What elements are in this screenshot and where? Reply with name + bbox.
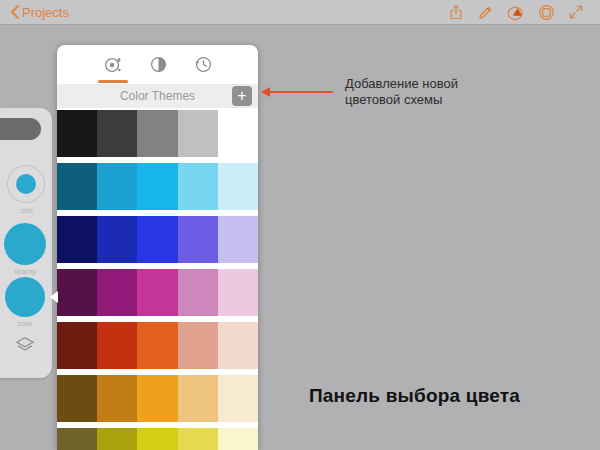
color-swatch[interactable] [137, 163, 177, 210]
color-swatch[interactable] [218, 269, 258, 316]
color-swatch[interactable] [57, 428, 97, 450]
color-swatch[interactable] [178, 269, 218, 316]
color-themes-header: Color Themes + [57, 84, 258, 108]
share-icon[interactable] [448, 4, 464, 21]
pencil-icon[interactable] [477, 4, 494, 21]
color-swatch[interactable] [178, 216, 218, 263]
color-swatch[interactable] [97, 216, 137, 263]
app-screen: Projects size opacity [0, 0, 600, 450]
theme-row-cyan[interactable] [57, 163, 258, 210]
layers-icon[interactable] [15, 336, 35, 358]
color-control[interactable] [5, 277, 45, 317]
color-swatch[interactable] [178, 163, 218, 210]
color-swatch[interactable] [57, 216, 97, 263]
brush-size-control[interactable] [7, 165, 45, 203]
theme-row-yellow[interactable] [57, 428, 258, 450]
shapes-icon[interactable] [507, 4, 525, 21]
color-label: color [0, 320, 55, 327]
color-swatch[interactable] [57, 322, 97, 369]
opacity-control[interactable] [4, 223, 46, 265]
theme-list [57, 108, 258, 450]
panel-pointer-notch [50, 291, 58, 303]
tab-contrast[interactable] [147, 50, 170, 79]
color-swatch[interactable] [137, 269, 177, 316]
color-swatch[interactable] [178, 428, 218, 450]
back-label: Projects [22, 5, 69, 20]
color-swatch[interactable] [137, 428, 177, 450]
theme-row-grayscale[interactable] [57, 110, 258, 157]
color-panel-tabs [57, 45, 258, 84]
tab-color-themes[interactable] [101, 50, 125, 80]
top-bar: Projects [0, 0, 600, 25]
theme-row-magenta[interactable] [57, 269, 258, 316]
toolbar-drag-handle[interactable] [0, 118, 41, 140]
opacity-label: opacity [0, 268, 55, 275]
add-theme-button[interactable]: + [232, 86, 252, 106]
panel-caption: Панель выбора цвета [309, 385, 520, 407]
top-bar-actions [448, 4, 584, 21]
color-swatch[interactable] [218, 428, 258, 450]
color-swatch[interactable] [97, 110, 137, 157]
color-swatch[interactable] [218, 216, 258, 263]
color-swatch[interactable] [178, 375, 218, 422]
color-swatch[interactable] [218, 110, 258, 157]
tab-history[interactable] [192, 50, 215, 79]
theme-row-blue[interactable] [57, 216, 258, 263]
color-swatch[interactable] [97, 163, 137, 210]
color-swatch[interactable] [97, 269, 137, 316]
color-swatch[interactable] [97, 375, 137, 422]
color-swatch[interactable] [178, 110, 218, 157]
color-swatch[interactable] [218, 375, 258, 422]
back-button[interactable]: Projects [10, 5, 69, 20]
color-swatch[interactable] [178, 322, 218, 369]
color-swatch[interactable] [137, 110, 177, 157]
color-swatch[interactable] [57, 163, 97, 210]
theme-row-red[interactable] [57, 322, 258, 369]
expand-icon[interactable] [568, 4, 584, 20]
color-themes-title: Color Themes [57, 89, 258, 103]
color-swatch[interactable] [218, 322, 258, 369]
annotation-arrow-line [268, 91, 333, 93]
color-swatch[interactable] [218, 163, 258, 210]
add-theme-annotation: Добавление новой цветовой схемы [345, 76, 458, 108]
record-icon[interactable] [538, 4, 555, 21]
chevron-left-icon [10, 5, 19, 19]
color-swatch[interactable] [57, 375, 97, 422]
size-label: size [0, 207, 57, 214]
theme-row-brown[interactable] [57, 375, 258, 422]
color-panel: Color Themes + [57, 45, 258, 450]
brush-size-dot [16, 174, 36, 194]
color-swatch[interactable] [137, 375, 177, 422]
color-swatch[interactable] [97, 428, 137, 450]
color-swatch[interactable] [137, 216, 177, 263]
brush-toolbar: size opacity color [0, 108, 52, 378]
color-swatch[interactable] [57, 269, 97, 316]
color-swatch[interactable] [57, 110, 97, 157]
annotation-line1: Добавление новой [345, 76, 458, 92]
color-swatch[interactable] [137, 322, 177, 369]
annotation-line2: цветовой схемы [345, 92, 458, 108]
color-swatch[interactable] [97, 322, 137, 369]
